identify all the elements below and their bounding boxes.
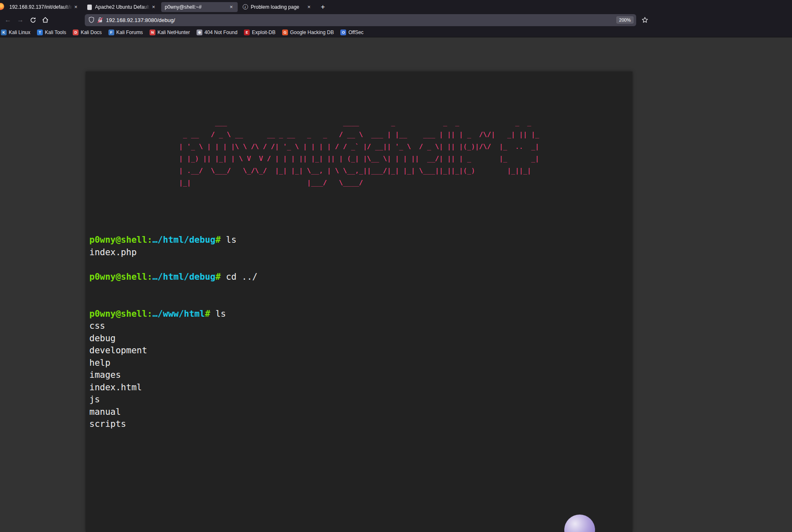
prompt-path: …/html/debug — [152, 235, 216, 245]
bookmark-label: Google Hacking DB — [290, 30, 334, 35]
prompt-hash: # — [205, 309, 215, 319]
kali-tools-favicon: T — [37, 30, 43, 35]
tab-p0wny-shell[interactable]: p0wny@shell:~# × — [161, 2, 238, 12]
shield-icon[interactable] — [89, 17, 94, 23]
command-text: cd ../ — [226, 272, 258, 282]
home-icon — [42, 17, 49, 23]
prompt-line: p0wny@shell:…/www/html# ls — [89, 308, 632, 320]
close-icon[interactable]: × — [305, 3, 313, 11]
shell-entry: p0wny@shell:…/html/debug# ls index.php — [89, 234, 632, 259]
kali-linux-favicon: K — [1, 30, 7, 35]
prompt-hash: # — [215, 235, 226, 245]
bookmark-label: OffSec — [348, 30, 363, 35]
bookmark-exploit-db[interactable]: E Exploit-DB — [241, 29, 278, 36]
bookmarks-toolbar: K Kali Linux T Kali Tools D Kali Docs F … — [0, 27, 792, 37]
close-icon[interactable]: × — [72, 3, 80, 11]
bookmark-star-button[interactable] — [639, 14, 651, 26]
offsec-favicon: O — [340, 30, 346, 35]
url-bar[interactable]: 192.168.92.137:8080/debug/ 200% — [85, 14, 636, 26]
info-icon: i — [243, 4, 248, 10]
command-text: ls — [215, 309, 226, 319]
home-button[interactable] — [39, 14, 52, 26]
shell-output-area: p0wny@shell:…/html/debug# ls index.php p… — [86, 234, 632, 431]
tab-problem-loading[interactable]: i Problem loading page × — [239, 2, 315, 12]
bookmark-404-not-found[interactable]: ⊕ 404 Not Found — [194, 29, 240, 36]
tab-apache-default[interactable]: Apache2 Ubuntu Default Pag × — [84, 2, 160, 12]
ghdb-favicon: G — [282, 30, 288, 35]
bookmark-kali-docs[interactable]: D Kali Docs — [70, 29, 104, 36]
tab-title: Problem loading page — [251, 4, 305, 10]
command-output: index.php — [89, 246, 632, 259]
star-icon — [642, 17, 648, 23]
zoom-indicator[interactable]: 200% — [616, 16, 634, 24]
bookmark-label: Kali Tools — [45, 30, 66, 35]
firefox-logo — [0, 3, 4, 10]
bookmark-label: Kali NetHunter — [157, 30, 190, 35]
page-favicon — [87, 5, 92, 10]
globe-favicon: ⊕ — [197, 30, 202, 35]
shell-logo-ascii: ___ ____ _ _ _ _ _ _ __ / _ \ __ __ _ __… — [179, 116, 539, 189]
bookmark-offsec[interactable]: O OffSec — [338, 29, 366, 36]
bookmark-kali-nethunter[interactable]: N Kali NetHunter — [147, 29, 192, 36]
prompt-hash: # — [215, 272, 226, 282]
url-text[interactable]: 192.168.92.137:8080/debug/ — [106, 17, 613, 23]
prompt-user: p0wny@shell: — [89, 272, 152, 282]
close-icon[interactable]: × — [150, 3, 157, 11]
kali-forums-favicon: F — [108, 30, 114, 35]
tab-bar: 192.168.92.137/init/default/in × Apache2… — [0, 0, 792, 12]
prompt-path: …/html/debug — [152, 272, 216, 282]
prompt-user: p0wny@shell: — [89, 309, 152, 319]
bookmark-label: Kali Docs — [81, 30, 102, 35]
bookmark-label: Exploit-DB — [252, 30, 275, 35]
page-content: ___ ____ _ _ _ _ _ _ __ / _ \ __ __ _ __… — [0, 37, 792, 532]
command-output: css debug development help images index.… — [89, 320, 632, 431]
prompt-user: p0wny@shell: — [89, 235, 152, 245]
close-icon[interactable]: × — [228, 3, 235, 11]
exploit-db-favicon: E — [244, 30, 250, 35]
forward-button[interactable]: → — [14, 14, 27, 26]
shell-entry: p0wny@shell:…/www/html# ls css debug dev… — [89, 308, 632, 431]
tab-title: 192.168.92.137/init/default/in — [10, 4, 72, 10]
shell-entry: p0wny@shell:…/html/debug# cd ../ — [89, 271, 632, 283]
bookmark-label: Kali Linux — [9, 30, 30, 35]
kali-nethunter-favicon: N — [150, 30, 155, 35]
bookmark-label: 404 Not Found — [204, 30, 237, 35]
p0wny-shell-terminal[interactable]: ___ ____ _ _ _ _ _ _ __ / _ \ __ __ _ __… — [86, 71, 632, 532]
lock-insecure-icon[interactable] — [97, 17, 103, 23]
bookmark-kali-tools[interactable]: T Kali Tools — [34, 29, 69, 36]
reload-icon — [30, 17, 36, 23]
tab-title: p0wny@shell:~# — [165, 4, 228, 10]
bookmark-kali-linux[interactable]: K Kali Linux — [0, 29, 33, 36]
new-tab-button[interactable]: + — [317, 2, 328, 12]
reload-button[interactable] — [27, 14, 39, 26]
prompt-path: …/www/html — [152, 309, 205, 319]
tab-init-default[interactable]: 192.168.92.137/init/default/in × — [6, 2, 82, 12]
bookmark-google-hacking-db[interactable]: G Google Hacking DB — [280, 29, 336, 36]
tab-title: Apache2 Ubuntu Default Pag — [95, 4, 150, 10]
command-text: ls — [226, 235, 236, 245]
bookmark-label: Kali Forums — [116, 30, 143, 35]
bookmark-kali-forums[interactable]: F Kali Forums — [106, 29, 145, 36]
prompt-line: p0wny@shell:…/html/debug# cd ../ — [89, 271, 632, 283]
kali-docs-favicon: D — [73, 30, 79, 35]
back-button[interactable]: ← — [2, 14, 14, 26]
navigation-toolbar: ← → 192.168.92.137:8080/debug/ 200% — [0, 12, 792, 27]
prompt-line: p0wny@shell:…/html/debug# ls — [89, 234, 632, 246]
